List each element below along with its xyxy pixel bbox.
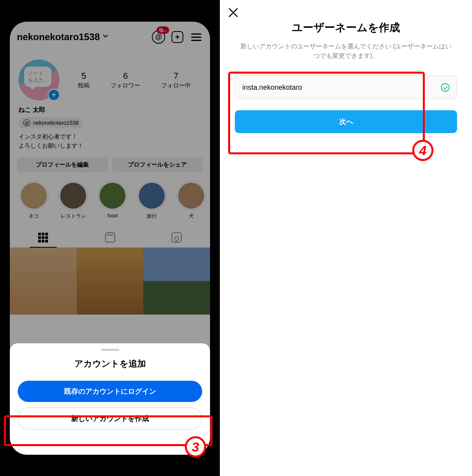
highlight-item[interactable]: 犬 [176, 181, 206, 220]
stat-following[interactable]: 7 フォロー中 [161, 71, 191, 89]
chevron-down-icon[interactable] [102, 33, 109, 41]
check-ok-icon [441, 83, 450, 92]
page-title: ユーザーネームを作成 [228, 20, 464, 35]
highlight-item[interactable]: ネコ [18, 181, 49, 220]
grid-icon [38, 233, 48, 243]
phone-frame-left: nekonekotaro1538 @ 他... + ノート を入力... [0, 0, 220, 476]
highlight-item[interactable]: food [97, 181, 128, 220]
post-thumb[interactable] [10, 248, 77, 315]
post-thumb[interactable] [143, 248, 210, 315]
notification-badge: 他... [157, 26, 169, 34]
hamburger-menu-icon[interactable] [190, 30, 203, 44]
sheet-handle[interactable] [101, 349, 119, 351]
threads-icon[interactable]: @ 他... [152, 30, 165, 44]
highlight-item[interactable]: レストラン [58, 181, 88, 220]
sheet-title: アカウントを追加 [18, 358, 202, 370]
display-name: ねこ 太郎 [10, 104, 210, 114]
phone-screen: nekonekotaro1538 @ 他... + ノート を入力... [10, 22, 210, 455]
threads-handle-chip[interactable]: @ nekonekotaro1538 [18, 117, 83, 128]
create-post-icon[interactable]: + [171, 30, 184, 44]
tab-reels[interactable] [77, 228, 144, 247]
post-thumb[interactable] [77, 248, 144, 315]
annotation-box-3 [4, 415, 212, 446]
profile-tabs [10, 228, 210, 248]
annotation-number-4: 4 [412, 140, 433, 161]
tagged-icon [171, 232, 182, 243]
threads-handle-text: nekonekotaro1538 [33, 120, 79, 126]
tab-grid[interactable] [10, 228, 77, 247]
reels-icon [105, 232, 115, 243]
page-subtitle: 新しいアカウントのユーザーネームを選んでください (ユーザーネームはいつでも変更… [228, 42, 464, 61]
add-story-icon[interactable]: + [48, 89, 60, 101]
annotation-box-4 [228, 72, 425, 154]
annotation-number-3: 3 [185, 436, 206, 457]
stat-posts[interactable]: 5 投稿 [78, 71, 90, 89]
highlights-row: ネコレストランfood旅行犬 [10, 172, 210, 224]
posts-grid [10, 248, 210, 315]
share-profile-button[interactable]: プロフィールをシェア [112, 157, 203, 172]
close-icon[interactable] [228, 7, 239, 21]
profile-header: nekonekotaro1538 @ 他... + [10, 22, 210, 48]
stat-followers[interactable]: 6 フォロワー [111, 71, 140, 89]
header-username[interactable]: nekonekotaro1538 [17, 31, 100, 43]
tab-tagged[interactable] [143, 228, 210, 247]
edit-profile-button[interactable]: プロフィールを編集 [17, 157, 108, 172]
at-icon: @ [23, 119, 30, 126]
bio-text: インスタ初心者です！ よろしくお願いします！ [10, 128, 210, 150]
note-bubble[interactable]: ノート を入力... [24, 67, 52, 87]
highlight-item[interactable]: 旅行 [136, 181, 167, 220]
login-existing-button[interactable]: 既存のアカウントにログイン [18, 381, 202, 402]
